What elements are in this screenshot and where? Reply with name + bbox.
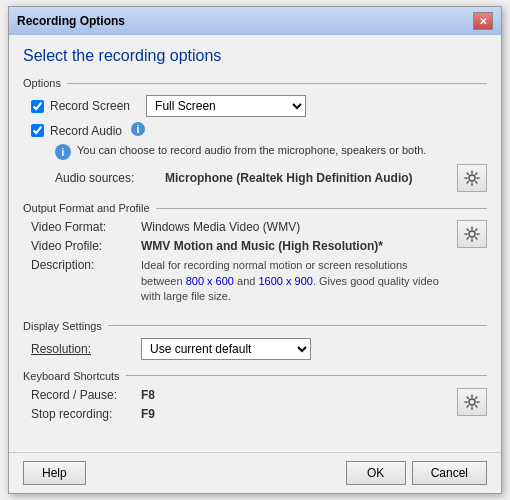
record-screen-row: Record Screen Full Screen Window Region — [31, 95, 487, 117]
record-pause-value: F8 — [141, 388, 155, 402]
page-title: Select the recording options — [23, 47, 487, 65]
keyboard-gear-button[interactable] — [457, 388, 487, 416]
resolution-row: Resolution: Use current default 800x600 … — [31, 338, 487, 360]
window-title: Recording Options — [17, 14, 125, 28]
record-pause-label: Record / Pause: — [31, 388, 141, 402]
output-format-inner: Video Format: Windows Media Video (WMV) … — [31, 220, 487, 309]
resolution-label: Resolution: — [31, 342, 141, 356]
resolution-range-2: 1600 x 900 — [258, 275, 312, 287]
keyboard-shortcuts-header: Keyboard Shortcuts — [23, 370, 487, 382]
info-icon: i — [55, 144, 71, 160]
stop-recording-row: Stop recording: F9 — [31, 407, 449, 421]
video-format-row: Video Format: Windows Media Video (WMV) — [31, 220, 449, 234]
title-bar-controls: ✕ — [473, 12, 493, 30]
keyboard-rows: Record / Pause: F8 Stop recording: F9 — [31, 388, 449, 426]
audio-info-row: i You can choose to record audio from th… — [55, 144, 487, 160]
output-format-section: Output Format and Profile Video Format: … — [23, 202, 487, 309]
output-format-gear-button[interactable] — [457, 220, 487, 248]
output-format-header: Output Format and Profile — [23, 202, 487, 214]
recording-options-window: Recording Options ✕ Select the recording… — [8, 6, 502, 493]
display-settings-body: Resolution: Use current default 800x600 … — [23, 338, 487, 360]
options-section-header: Options — [23, 77, 487, 89]
video-format-value: Windows Media Video (WMV) — [141, 220, 300, 234]
svg-point-3 — [469, 231, 475, 237]
video-profile-value: WMV Motion and Music (High Resolution)* — [141, 239, 383, 253]
ok-button[interactable]: OK — [346, 461, 406, 485]
audio-sources-label: Audio sources: — [55, 171, 165, 185]
resolution-select[interactable]: Use current default 800x600 1024x768 128… — [141, 338, 311, 360]
keyboard-shortcuts-section: Keyboard Shortcuts Record / Pause: F8 St… — [23, 370, 487, 426]
audio-info-icon: i — [130, 121, 146, 140]
record-screen-label: Record Screen — [50, 99, 130, 113]
description-row: Description: Ideal for recording normal … — [31, 258, 449, 304]
resolution-range-1: 800 x 600 — [186, 275, 234, 287]
options-section-body: Record Screen Full Screen Window Region … — [23, 95, 487, 192]
cancel-button[interactable]: Cancel — [412, 461, 487, 485]
record-pause-row: Record / Pause: F8 — [31, 388, 449, 402]
content-area: Select the recording options Options Rec… — [9, 35, 501, 447]
output-format-rows: Video Format: Windows Media Video (WMV) … — [31, 220, 449, 309]
record-screen-checkbox[interactable] — [31, 100, 44, 113]
display-settings-header: Display Settings — [23, 320, 487, 332]
display-settings-section: Display Settings Resolution: Use current… — [23, 320, 487, 360]
record-audio-label: Record Audio — [50, 124, 122, 138]
audio-sources-value: Microphone (Realtek High Definition Audi… — [165, 171, 413, 185]
footer: Help OK Cancel — [9, 452, 501, 493]
audio-info-text: You can choose to record audio from the … — [77, 144, 426, 156]
options-section: Options Record Screen Full Screen Window… — [23, 77, 487, 192]
keyboard-shortcuts-body: Record / Pause: F8 Stop recording: F9 — [23, 388, 487, 426]
record-audio-checkbox[interactable] — [31, 124, 44, 137]
footer-right: OK Cancel — [346, 461, 487, 485]
close-button[interactable]: ✕ — [473, 12, 493, 30]
description-value: Ideal for recording normal motion or scr… — [141, 258, 449, 304]
audio-gear-button[interactable] — [457, 164, 487, 192]
record-audio-row: Record Audio i — [31, 121, 487, 140]
svg-point-2 — [469, 175, 475, 181]
video-format-label: Video Format: — [31, 220, 141, 234]
help-button[interactable]: Help — [23, 461, 86, 485]
svg-point-4 — [469, 399, 475, 405]
video-profile-row: Video Profile: WMV Motion and Music (Hig… — [31, 239, 449, 253]
full-screen-select[interactable]: Full Screen Window Region — [146, 95, 306, 117]
output-format-body: Video Format: Windows Media Video (WMV) … — [23, 220, 487, 309]
svg-text:i: i — [137, 123, 140, 135]
stop-recording-value: F9 — [141, 407, 155, 421]
keyboard-inner: Record / Pause: F8 Stop recording: F9 — [31, 388, 487, 426]
video-profile-label: Video Profile: — [31, 239, 141, 253]
stop-recording-label: Stop recording: — [31, 407, 141, 421]
description-label: Description: — [31, 258, 141, 272]
title-bar: Recording Options ✕ — [9, 7, 501, 35]
audio-sources-row: Audio sources: Microphone (Realtek High … — [55, 164, 487, 192]
